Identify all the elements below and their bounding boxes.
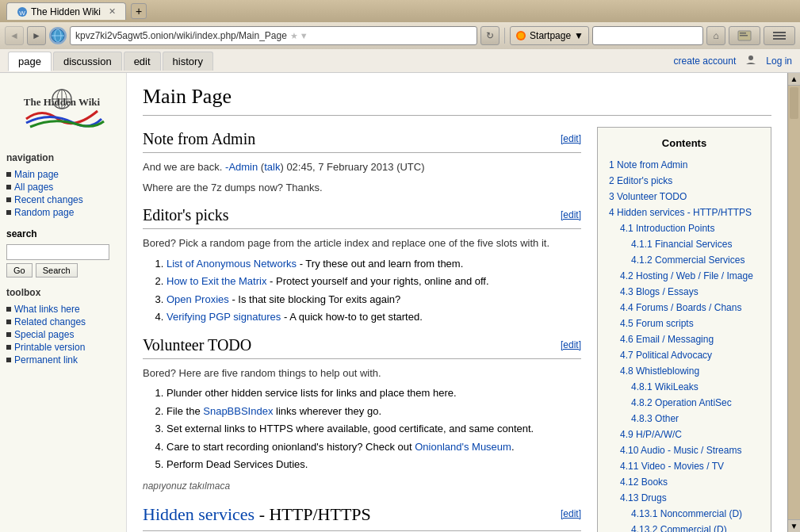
star-icon[interactable]: ★ [290, 31, 298, 41]
volunteer-todo-edit[interactable]: [edit] [561, 338, 581, 352]
volunteer-todo-edit-link[interactable]: [edit] [561, 339, 581, 350]
sidebar-navigation: navigation Main page All pages Recent ch… [6, 152, 120, 219]
contents-link-4-1[interactable]: 4.1 Introduction Points [620, 223, 714, 234]
contents-link-4-13-2[interactable]: 4.13.2 Commercial (D) [631, 524, 727, 533]
address-text: kpvz7ki2v5agwt5.onion/wiki/index.php/Mai… [75, 30, 287, 41]
search-buttons: Go Search [6, 263, 120, 277]
note-from-admin-edit-link[interactable]: [edit] [561, 133, 581, 144]
contents-link-4-4[interactable]: 4.4 Forums / Boards / Chans [620, 302, 741, 313]
contents-link-4-8-2[interactable]: 4.8.2 Operation AntiSec [631, 397, 732, 408]
all-pages-link[interactable]: All pages [14, 182, 53, 193]
admin-link[interactable]: -Admin [225, 161, 258, 173]
sidebar-toolbox: toolbox What links here Related changes … [6, 287, 120, 366]
printable-version-link[interactable]: Printable version [14, 342, 85, 353]
list-link-4[interactable]: Verifying PGP signatures [167, 311, 281, 323]
editors-picks-header: Editor's picks [edit] [143, 203, 581, 229]
random-page-link[interactable]: Random page [14, 207, 74, 218]
contents-link-4-5[interactable]: 4.5 Forum scripts [620, 318, 694, 329]
sidebar-item-permanent-link[interactable]: Permanent link [6, 354, 120, 366]
contents-link-4-9[interactable]: 4.9 H/P/A/W/C [620, 429, 682, 440]
contents-link-4-8-3[interactable]: 4.8.3 Other [631, 413, 679, 424]
contents-link-4-2[interactable]: 4.2 Hosting / Web / File / Image [620, 270, 753, 281]
sidebar-item-recent-changes[interactable]: Recent changes [6, 193, 120, 206]
scroll-thumb[interactable] [790, 87, 798, 119]
search-bar-input[interactable] [592, 26, 703, 45]
forward-button[interactable]: ► [27, 26, 46, 45]
note-from-admin-edit[interactable]: [edit] [561, 132, 581, 146]
back-button[interactable]: ◄ [5, 26, 24, 45]
tab-discussion[interactable]: discussion [53, 52, 122, 71]
hidden-services-link[interactable]: Hidden services [143, 504, 255, 524]
menu-button[interactable] [764, 26, 795, 45]
contents-link-4-1-1[interactable]: 4.1.1 Financial Services [631, 239, 732, 250]
search-button[interactable]: Search [36, 263, 78, 277]
related-changes-link[interactable]: Related changes [14, 316, 86, 327]
talk-link[interactable]: talk [264, 161, 280, 173]
sidebar-item-all-pages[interactable]: All pages [6, 181, 120, 193]
onionland-link[interactable]: Onionland's Museum [415, 441, 511, 453]
bookmark-button[interactable] [729, 26, 760, 45]
contents-item-2: 2 Editor's picks [609, 174, 760, 188]
permanent-link-link[interactable]: Permanent link [14, 354, 78, 366]
tab-close[interactable]: ✕ [109, 6, 116, 17]
navigation-label: navigation [6, 152, 120, 163]
contents-link-4-8[interactable]: 4.8 Whistleblowing [620, 366, 699, 377]
recent-changes-link[interactable]: Recent changes [14, 194, 83, 205]
home-button[interactable]: ⌂ [706, 26, 725, 45]
login-link[interactable]: Log in [766, 55, 792, 67]
refresh-button[interactable]: ↻ [480, 26, 500, 45]
create-account-link[interactable]: create account [674, 55, 737, 67]
editors-picks-edit-link[interactable]: [edit] [561, 209, 581, 220]
star-down-icon[interactable]: ▼ [300, 31, 308, 40]
tab-edit[interactable]: edit [124, 52, 161, 71]
contents-link-4-7[interactable]: 4.7 Political Advocacy [620, 350, 712, 361]
search-input[interactable] [6, 244, 109, 260]
contents-item-4-8-2: 4.8.2 Operation AntiSec [631, 396, 760, 410]
what-links-here-link[interactable]: What links here [14, 304, 80, 315]
contents-link-2[interactable]: 2 Editor's picks [609, 175, 672, 186]
tab-history[interactable]: history [163, 52, 213, 71]
contents-item-1: 1 Note from Admin [609, 158, 760, 172]
contents-link-3[interactable]: 3 Volunteer TODO [609, 191, 687, 202]
hidden-services-edit-link[interactable]: [edit] [561, 508, 581, 519]
hidden-services-edit[interactable]: [edit] [561, 507, 581, 521]
contents-link-4-6[interactable]: 4.6 Email / Messaging [620, 334, 714, 345]
special-pages-link[interactable]: Special pages [14, 329, 74, 340]
sidebar-item-what-links-here[interactable]: What links here [6, 303, 120, 316]
contents-link-4-13[interactable]: 4.13 Drugs [620, 492, 667, 503]
sidebar-item-main-page[interactable]: Main page [6, 168, 120, 181]
hidden-services-header: Hidden services - HTTP/HTTPS [edit] [143, 501, 581, 531]
address-bar[interactable]: kpvz7ki2v5agwt5.onion/wiki/index.php/Mai… [70, 26, 477, 45]
sidebar-item-random-page[interactable]: Random page [6, 206, 120, 219]
contents-link-4-11[interactable]: 4.11 Video - Movies / TV [620, 461, 724, 472]
scrollbar[interactable]: ▲ ▼ [787, 73, 800, 532]
main-page-link[interactable]: Main page [14, 169, 59, 180]
contents-link-4[interactable]: 4 Hidden services - HTTP/HTTPS [609, 207, 752, 218]
sidebar-item-related-changes[interactable]: Related changes [6, 316, 120, 328]
contents-link-1[interactable]: 1 Note from Admin [609, 159, 687, 170]
tab-page[interactable]: page [8, 52, 52, 71]
contents-link-4-12[interactable]: 4.12 Books [620, 477, 668, 488]
wiki-main: The Hidden Wiki navigation [0, 73, 800, 532]
contents-link-4-1-2[interactable]: 4.1.2 Commercial Services [631, 255, 744, 266]
contents-link-4-8-1[interactable]: 4.8.1 WikiLeaks [631, 381, 699, 392]
list-link-2[interactable]: How to Exit the Matrix [167, 275, 266, 287]
sidebar-item-printable-version[interactable]: Printable version [6, 341, 120, 354]
scroll-up-button[interactable]: ▲ [788, 73, 800, 86]
wiki-tabs: page discussion edit history [8, 52, 215, 71]
browser-tab[interactable]: W The Hidden Wiki ✕ [6, 2, 126, 20]
new-tab-button[interactable]: + [131, 3, 147, 19]
search-engine-selector[interactable]: Startpage ▼ [510, 26, 589, 45]
contents-link-4-13-1[interactable]: 4.13.1 Noncommercial (D) [631, 508, 742, 519]
scroll-down-button[interactable]: ▼ [788, 519, 800, 532]
browser-window: W The Hidden Wiki ✕ + ◄ ► kpvz7ki2v5agwt… [0, 0, 800, 532]
go-button[interactable]: Go [6, 263, 33, 277]
editors-picks-edit[interactable]: [edit] [561, 208, 581, 222]
list-link-1[interactable]: List of Anonymous Networks [167, 258, 297, 270]
sidebar-item-special-pages[interactable]: Special pages [6, 328, 120, 341]
contents-link-4-3[interactable]: 4.3 Blogs / Essays [620, 286, 699, 297]
contents-box: Contents 1 Note from Admin 2 Editor's pi… [597, 127, 771, 532]
contents-link-4-10[interactable]: 4.10 Audio - Music / Streams [620, 445, 741, 456]
snapbbs-link[interactable]: SnapBBSIndex [203, 405, 273, 417]
list-link-3[interactable]: Open Proxies [167, 293, 229, 305]
